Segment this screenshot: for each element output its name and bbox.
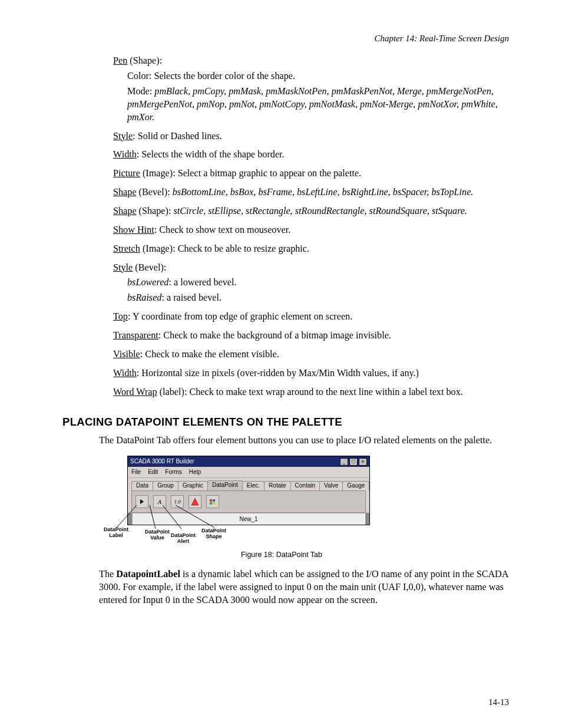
stage-tab-label[interactable]: New_1	[239, 515, 257, 523]
def-width1: Width: Selects the width of the shape bo…	[113, 149, 509, 162]
section-intro: The DataPoint Tab offers four element bu…	[99, 434, 509, 447]
figure-wrap: SCADA 3000 RT Builder _ □ × File Edit Fo…	[99, 456, 464, 560]
figure-tabs: Data Group Graphic DataPoint Elec. Rotat…	[131, 480, 366, 490]
def-stretch: Stretch (Image): Check to be able to res…	[113, 243, 509, 256]
svg-rect-1	[210, 499, 212, 502]
arrow-icon	[140, 499, 144, 504]
tab-elec[interactable]: Elec.	[242, 481, 265, 490]
def-wordwrap: Word Wrap (label): Check to make text wr…	[113, 386, 509, 399]
tab-valve[interactable]: Valve	[319, 481, 343, 490]
def-top: Top: Y coordinate from top edge of graph…	[113, 311, 509, 324]
pen-color: Color: Selects the border color of the s…	[127, 70, 509, 83]
callout-dp-label: DataPoint Label	[99, 526, 133, 538]
def-transparent: Transparent: Check to make the backgroun…	[113, 330, 509, 342]
figure-title: SCADA 3000 RT Builder	[130, 456, 194, 467]
figure-menubar: File Edit Forms Help	[128, 467, 369, 478]
close-button[interactable]: ×	[359, 458, 367, 466]
def-shape-bevel: Shape (Bevel): bsBottomLine, bsBox, bsFr…	[113, 186, 509, 199]
callout-dp-alert: DataPoint Alert	[166, 532, 200, 544]
def-width2: Width: Horizontal size in pixels (over-r…	[113, 367, 509, 380]
figure-window: SCADA 3000 RT Builder _ □ × File Edit Fo…	[127, 456, 370, 525]
menu-help[interactable]: Help	[189, 467, 201, 477]
tab-datapoint[interactable]: DataPoint	[207, 480, 243, 490]
term-pen-suffix: (Shape):	[127, 55, 162, 66]
def-visible: Visible: Check to make the element visib…	[113, 348, 509, 361]
term-pen: Pen	[113, 55, 127, 66]
tab-gauge[interactable]: Gauge	[342, 481, 369, 490]
tool-shape-icon[interactable]	[206, 495, 219, 508]
menu-edit[interactable]: Edit	[148, 467, 158, 477]
minimize-button[interactable]: _	[340, 458, 348, 466]
tool-value[interactable]: 1.0	[171, 495, 184, 508]
svg-rect-3	[210, 502, 212, 505]
def-pen: Pen (Shape): Color: Selects the border c…	[113, 55, 509, 124]
tab-panel: A 1.0 ▲ ▼	[131, 490, 366, 513]
callout-dp-shape: DataPoint Shape	[197, 528, 231, 539]
tab-data[interactable]: Data	[131, 481, 153, 490]
svg-rect-4	[213, 502, 215, 505]
figure-caption: Figure 18: DataPoint Tab	[99, 550, 464, 560]
page-number: 14-13	[488, 696, 509, 708]
figure-callout-labels: DataPoint Label DataPoint Value DataPoin…	[99, 525, 375, 543]
def-style2: Style (Bevel): bsLowered: a lowered beve…	[113, 262, 509, 305]
tab-group[interactable]: Group	[153, 481, 178, 490]
figure-stage: New_1	[128, 513, 369, 525]
svg-marker-0	[191, 498, 199, 505]
menu-file[interactable]: File	[131, 467, 141, 477]
tool-alert-icon[interactable]	[189, 495, 201, 508]
section-after: The DatapointLabel is a dynamic label wh…	[99, 568, 509, 607]
svg-rect-2	[213, 499, 215, 502]
pointer-tool-icon[interactable]	[135, 495, 148, 508]
def-showhint: Show Hint: Check to show text on mouseov…	[113, 224, 509, 237]
section-heading: Placing DataPoint Elements on the Palett…	[62, 415, 509, 430]
menu-forms[interactable]: Forms	[165, 467, 181, 477]
figure-titlebar: SCADA 3000 RT Builder _ □ ×	[128, 456, 369, 467]
maximize-button[interactable]: □	[349, 458, 358, 466]
tab-rotate[interactable]: Rotate	[264, 481, 290, 490]
tool-a[interactable]: A	[153, 495, 166, 508]
pen-mode: Mode: pmBlack, pmCopy, pmMask, pmMaskNot…	[127, 85, 509, 124]
def-style1: Style: Solid or Dashed lines.	[113, 130, 509, 143]
def-shape-shape: Shape (Shape): stCircle, stEllipse, stRe…	[113, 205, 509, 218]
def-picture: Picture (Image): Select a bitmap graphic…	[113, 167, 509, 180]
chapter-header: Chapter 14: Real-Time Screen Design	[62, 32, 509, 44]
tab-contain[interactable]: Contain	[290, 481, 320, 490]
tab-audvid[interactable]: Aud/Vid	[369, 481, 370, 490]
tab-graphic[interactable]: Graphic	[178, 481, 208, 490]
